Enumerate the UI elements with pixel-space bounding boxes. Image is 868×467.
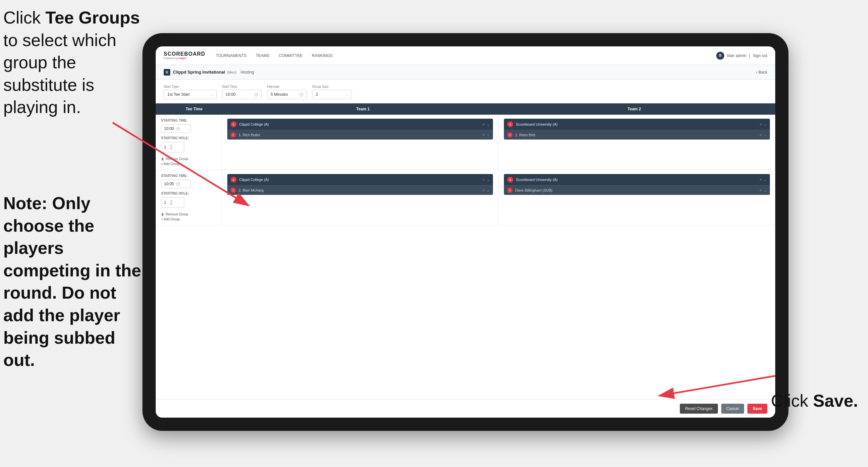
note-bold: Only choose the players competing in the… [3, 194, 141, 370]
logo-area: SCOREBOARD Powered by clippd [164, 51, 206, 60]
start-time-clock: 🕐 [254, 93, 258, 96]
clippd-text: clippd [178, 57, 186, 60]
group-2-team1-player1-controls: × ⌄ [483, 188, 490, 193]
group-1-team2-player-1: S 1. Rees Britt × ⌄ [504, 130, 770, 140]
group-2-team2-player1-name: Dave Billingham (SUB) [515, 188, 757, 192]
instruction-text: Click Tee Groups to select which group t… [3, 7, 143, 119]
nav-teams[interactable]: TEAMS [256, 52, 269, 59]
header-tee-time: Tee Time [161, 107, 227, 111]
start-time-input[interactable]: 10:00 🕐 [222, 90, 262, 99]
logo-scoreboard: SCOREBOARD [164, 51, 206, 57]
group-size-chevron: ⌄ [345, 93, 348, 96]
start-type-input[interactable]: 1st Tee Start ⌄ [164, 90, 217, 99]
group-2-team1-stepper[interactable]: ⌄ [487, 178, 490, 182]
group-2-team2-name: Scoreboard University (A) [516, 178, 757, 182]
team2-player1-stepper[interactable]: ⌄ [764, 133, 767, 137]
group-2-hole-down[interactable]: ▼ [169, 203, 173, 206]
instruction-line1: Click [3, 8, 45, 27]
group-2-team1-player-1: C 2. Blair McHarg × ⌄ [227, 185, 493, 195]
group-2-time-input[interactable]: 10:05 🕐 [161, 180, 191, 188]
group-1-starting-time-label: STARTING TIME: [161, 119, 216, 122]
intervals-input[interactable]: 5 Minutes 🕐 [267, 90, 307, 99]
group-1-team1-x[interactable]: × [483, 122, 485, 126]
group-2-team2-x[interactable]: × [760, 178, 762, 182]
group-1-team1-header: C Clippd College (A) × ⌄ [227, 119, 493, 130]
nav-signout[interactable]: Sign out [753, 52, 767, 59]
group-2-team1-card: C Clippd College (A) × ⌄ C 2. Blair McHa… [227, 174, 493, 195]
group-1-team2-controls: × ⌄ [760, 122, 767, 126]
group-1-team2-stepper[interactable]: ⌄ [764, 122, 767, 126]
main-content: Start Type 1st Tee Start ⌄ Start Time 10… [156, 80, 775, 399]
group-1-team2-player1-logo: S [507, 132, 513, 138]
nav-rankings[interactable]: RANKINGS [312, 52, 333, 59]
player1-stepper[interactable]: ⌄ [487, 133, 490, 137]
group-1-team1-logo: C [230, 121, 237, 127]
instruction-line2: to select which group the substitute is … [3, 30, 116, 117]
tablet-device: SCOREBOARD Powered by clippd TOURNAMENTS… [143, 33, 788, 431]
group-2-team1-x[interactable]: × [483, 178, 485, 182]
nav-tournaments[interactable]: TOURNAMENTS [216, 52, 247, 59]
group-1-time-value: 10:00 [164, 126, 174, 131]
subheader-logo: B [164, 69, 170, 76]
start-type-value: 1st Tee Start [167, 92, 189, 97]
nav-links: TOURNAMENTS TEAMS COMMITTEE RANKINGS [216, 52, 717, 59]
add-group-2-button[interactable]: + Add Group [161, 217, 216, 221]
player1-x[interactable]: × [483, 133, 485, 137]
group-2-hole-input[interactable]: 1 ▲ ▼ [161, 197, 184, 208]
nav-separator: | [749, 53, 750, 58]
subheader-tournament: Clippd Spring Invitational [173, 69, 225, 75]
group-1-team2-col: S Scoreboard University (A) × ⌄ S 1. Ree… [499, 115, 775, 170]
group-1-hole-input[interactable]: 1 ▲ ▼ [161, 142, 184, 152]
add-group-1-button[interactable]: + Add Group [161, 162, 216, 166]
group-2-team1-controls: × ⌄ [483, 178, 490, 182]
group-size-value: 2 [316, 92, 318, 97]
g2-player1-x[interactable]: × [483, 188, 485, 192]
group-1-time-input[interactable]: 10:00 🕐 [161, 124, 191, 133]
group-2-team1-col: C Clippd College (A) × ⌄ C 2. Blair McHa… [222, 170, 499, 225]
group-size-label: Group Size [312, 85, 352, 88]
team2-player1-x[interactable]: × [760, 133, 762, 137]
group-1-hole-down[interactable]: ▼ [169, 147, 173, 150]
g2-team2-player1-x[interactable]: × [760, 188, 762, 192]
nav-committee[interactable]: COMMITTEE [279, 52, 303, 59]
subheader-gender: (Men) [227, 70, 237, 74]
remove-group-2-button[interactable]: 🗑 Remove Group [161, 212, 216, 216]
group-2-team2-logo: S [507, 177, 513, 183]
intervals-label: Intervals [267, 85, 307, 88]
g2-team2-player1-stepper[interactable]: ⌄ [764, 188, 767, 193]
start-time-value: 10:00 [226, 92, 236, 97]
group-1-team2-player1-name: 1. Rees Britt [515, 133, 757, 137]
group-2-team2-col: S Scoreboard University (A) × ⌄ S Dave B… [499, 170, 775, 225]
group-2-team2-stepper[interactable]: ⌄ [764, 178, 767, 182]
instruction-bold: Tee Groups [45, 8, 140, 27]
subheader-hosting: Hosting [241, 70, 254, 75]
group-1-team2-logo: S [507, 121, 513, 127]
nav-right: B blair admin | Sign out [716, 52, 767, 60]
group-1-team1-stepper[interactable]: ⌄ [487, 122, 490, 126]
start-type-chevron: ⌄ [210, 93, 213, 96]
group-2-hole-stepper[interactable]: ▲ ▼ [169, 199, 173, 206]
remove-group-1-label: Remove Group [166, 157, 188, 161]
group-1-hole-stepper[interactable]: ▲ ▼ [169, 144, 173, 150]
group-2-team2-player1-logo: S [507, 187, 513, 193]
group-2-time-col: STARTING TIME: 10:05 🕐 STARTING HOLE: 1 … [156, 170, 222, 225]
save-button[interactable]: Save [747, 404, 767, 414]
group-1-hole-label: STARTING HOLE: [161, 136, 216, 140]
remove-group-1-button[interactable]: 🗑 Remove Group [161, 157, 216, 161]
group-1-team1-col: C Clippd College (A) × ⌄ C 1. Rich Butle… [222, 115, 499, 170]
intervals-clock: 🕐 [299, 93, 303, 96]
start-time-field: Start Time 10:00 🕐 [222, 85, 262, 99]
group-size-input[interactable]: 2 ⌄ [312, 90, 352, 99]
start-time-label: Start Time [222, 85, 262, 88]
g2-player1-stepper[interactable]: ⌄ [487, 188, 490, 193]
cancel-button[interactable]: Cancel [721, 404, 744, 414]
note-prefix: Note: [3, 194, 52, 213]
header-team1: Team 1 [227, 107, 499, 111]
group-1-team2-x[interactable]: × [760, 122, 762, 126]
group-2-actions: 🗑 Remove Group + Add Group [161, 212, 216, 221]
group-2-team2-controls: × ⌄ [760, 178, 767, 182]
subheader-back[interactable]: ‹ Back [756, 70, 767, 75]
group-2-team1-player1-name: 2. Blair McHarg [239, 188, 480, 192]
reset-changes-button[interactable]: Reset Changes [680, 404, 718, 414]
logo-powered: Powered by clippd [164, 57, 206, 60]
